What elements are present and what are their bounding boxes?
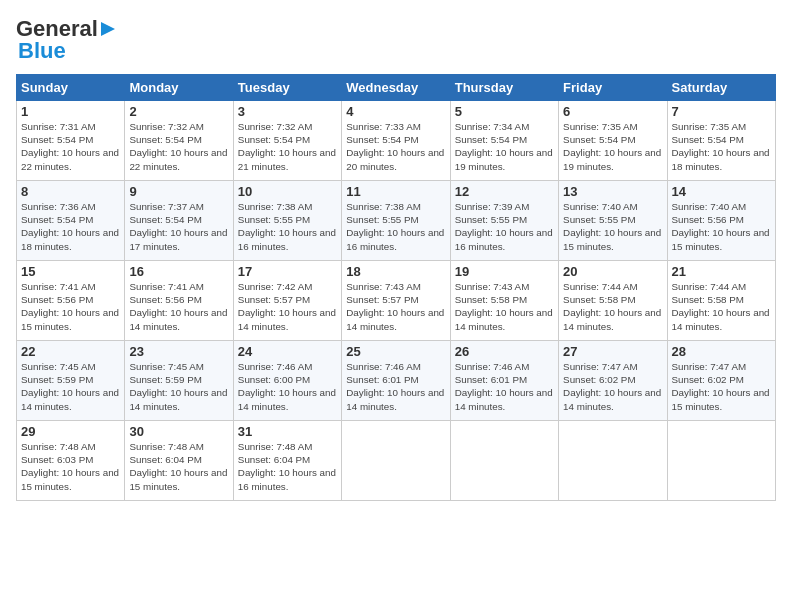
day-info: Sunrise: 7:35 AM Sunset: 5:54 PM Dayligh… (672, 120, 771, 173)
calendar-week-2: 8Sunrise: 7:36 AM Sunset: 5:54 PM Daylig… (17, 181, 776, 261)
day-info: Sunrise: 7:47 AM Sunset: 6:02 PM Dayligh… (672, 360, 771, 413)
day-number: 22 (21, 344, 120, 359)
day-number: 31 (238, 424, 337, 439)
day-info: Sunrise: 7:41 AM Sunset: 5:56 PM Dayligh… (129, 280, 228, 333)
day-info: Sunrise: 7:38 AM Sunset: 5:55 PM Dayligh… (346, 200, 445, 253)
calendar-week-1: 1Sunrise: 7:31 AM Sunset: 5:54 PM Daylig… (17, 101, 776, 181)
day-number: 19 (455, 264, 554, 279)
day-info: Sunrise: 7:45 AM Sunset: 5:59 PM Dayligh… (21, 360, 120, 413)
header: General Blue (16, 16, 776, 64)
day-number: 28 (672, 344, 771, 359)
calendar-cell: 13Sunrise: 7:40 AM Sunset: 5:55 PM Dayli… (559, 181, 667, 261)
calendar-header-friday: Friday (559, 75, 667, 101)
calendar-cell: 2Sunrise: 7:32 AM Sunset: 5:54 PM Daylig… (125, 101, 233, 181)
day-info: Sunrise: 7:46 AM Sunset: 6:01 PM Dayligh… (455, 360, 554, 413)
day-info: Sunrise: 7:39 AM Sunset: 5:55 PM Dayligh… (455, 200, 554, 253)
day-info: Sunrise: 7:44 AM Sunset: 5:58 PM Dayligh… (563, 280, 662, 333)
day-number: 25 (346, 344, 445, 359)
calendar-header-wednesday: Wednesday (342, 75, 450, 101)
day-number: 2 (129, 104, 228, 119)
day-number: 12 (455, 184, 554, 199)
day-number: 8 (21, 184, 120, 199)
calendar-cell: 18Sunrise: 7:43 AM Sunset: 5:57 PM Dayli… (342, 261, 450, 341)
calendar-table: SundayMondayTuesdayWednesdayThursdayFrid… (16, 74, 776, 501)
calendar-cell: 10Sunrise: 7:38 AM Sunset: 5:55 PM Dayli… (233, 181, 341, 261)
logo: General Blue (16, 16, 117, 64)
day-info: Sunrise: 7:44 AM Sunset: 5:58 PM Dayligh… (672, 280, 771, 333)
calendar-cell: 31Sunrise: 7:48 AM Sunset: 6:04 PM Dayli… (233, 421, 341, 501)
day-info: Sunrise: 7:46 AM Sunset: 6:00 PM Dayligh… (238, 360, 337, 413)
calendar-cell: 29Sunrise: 7:48 AM Sunset: 6:03 PM Dayli… (17, 421, 125, 501)
calendar-cell: 5Sunrise: 7:34 AM Sunset: 5:54 PM Daylig… (450, 101, 558, 181)
day-number: 3 (238, 104, 337, 119)
day-info: Sunrise: 7:48 AM Sunset: 6:04 PM Dayligh… (129, 440, 228, 493)
calendar-cell: 15Sunrise: 7:41 AM Sunset: 5:56 PM Dayli… (17, 261, 125, 341)
day-number: 6 (563, 104, 662, 119)
day-info: Sunrise: 7:48 AM Sunset: 6:04 PM Dayligh… (238, 440, 337, 493)
day-info: Sunrise: 7:45 AM Sunset: 5:59 PM Dayligh… (129, 360, 228, 413)
calendar-cell: 20Sunrise: 7:44 AM Sunset: 5:58 PM Dayli… (559, 261, 667, 341)
day-number: 7 (672, 104, 771, 119)
day-number: 21 (672, 264, 771, 279)
day-info: Sunrise: 7:47 AM Sunset: 6:02 PM Dayligh… (563, 360, 662, 413)
calendar-header-tuesday: Tuesday (233, 75, 341, 101)
day-info: Sunrise: 7:36 AM Sunset: 5:54 PM Dayligh… (21, 200, 120, 253)
calendar-week-5: 29Sunrise: 7:48 AM Sunset: 6:03 PM Dayli… (17, 421, 776, 501)
calendar-cell: 27Sunrise: 7:47 AM Sunset: 6:02 PM Dayli… (559, 341, 667, 421)
calendar-cell: 9Sunrise: 7:37 AM Sunset: 5:54 PM Daylig… (125, 181, 233, 261)
calendar-cell (450, 421, 558, 501)
calendar-cell: 11Sunrise: 7:38 AM Sunset: 5:55 PM Dayli… (342, 181, 450, 261)
logo-blue: Blue (18, 38, 66, 64)
calendar-cell: 17Sunrise: 7:42 AM Sunset: 5:57 PM Dayli… (233, 261, 341, 341)
calendar-cell: 7Sunrise: 7:35 AM Sunset: 5:54 PM Daylig… (667, 101, 775, 181)
calendar-cell: 26Sunrise: 7:46 AM Sunset: 6:01 PM Dayli… (450, 341, 558, 421)
day-number: 9 (129, 184, 228, 199)
calendar-cell: 14Sunrise: 7:40 AM Sunset: 5:56 PM Dayli… (667, 181, 775, 261)
calendar-body: 1Sunrise: 7:31 AM Sunset: 5:54 PM Daylig… (17, 101, 776, 501)
day-number: 13 (563, 184, 662, 199)
calendar-cell: 19Sunrise: 7:43 AM Sunset: 5:58 PM Dayli… (450, 261, 558, 341)
day-number: 5 (455, 104, 554, 119)
calendar-cell: 21Sunrise: 7:44 AM Sunset: 5:58 PM Dayli… (667, 261, 775, 341)
calendar-header-saturday: Saturday (667, 75, 775, 101)
logo-arrow-icon (99, 20, 117, 38)
svg-marker-0 (101, 22, 115, 36)
day-number: 20 (563, 264, 662, 279)
calendar-header-sunday: Sunday (17, 75, 125, 101)
day-number: 4 (346, 104, 445, 119)
day-info: Sunrise: 7:38 AM Sunset: 5:55 PM Dayligh… (238, 200, 337, 253)
calendar-cell: 25Sunrise: 7:46 AM Sunset: 6:01 PM Dayli… (342, 341, 450, 421)
calendar-cell: 6Sunrise: 7:35 AM Sunset: 5:54 PM Daylig… (559, 101, 667, 181)
day-info: Sunrise: 7:43 AM Sunset: 5:57 PM Dayligh… (346, 280, 445, 333)
day-info: Sunrise: 7:31 AM Sunset: 5:54 PM Dayligh… (21, 120, 120, 173)
day-info: Sunrise: 7:32 AM Sunset: 5:54 PM Dayligh… (129, 120, 228, 173)
calendar-week-4: 22Sunrise: 7:45 AM Sunset: 5:59 PM Dayli… (17, 341, 776, 421)
calendar-cell: 8Sunrise: 7:36 AM Sunset: 5:54 PM Daylig… (17, 181, 125, 261)
calendar-week-3: 15Sunrise: 7:41 AM Sunset: 5:56 PM Dayli… (17, 261, 776, 341)
calendar-cell: 1Sunrise: 7:31 AM Sunset: 5:54 PM Daylig… (17, 101, 125, 181)
day-info: Sunrise: 7:48 AM Sunset: 6:03 PM Dayligh… (21, 440, 120, 493)
day-info: Sunrise: 7:40 AM Sunset: 5:56 PM Dayligh… (672, 200, 771, 253)
calendar-cell: 4Sunrise: 7:33 AM Sunset: 5:54 PM Daylig… (342, 101, 450, 181)
day-number: 1 (21, 104, 120, 119)
day-info: Sunrise: 7:33 AM Sunset: 5:54 PM Dayligh… (346, 120, 445, 173)
day-info: Sunrise: 7:40 AM Sunset: 5:55 PM Dayligh… (563, 200, 662, 253)
calendar-cell: 28Sunrise: 7:47 AM Sunset: 6:02 PM Dayli… (667, 341, 775, 421)
calendar-header-thursday: Thursday (450, 75, 558, 101)
day-info: Sunrise: 7:32 AM Sunset: 5:54 PM Dayligh… (238, 120, 337, 173)
calendar-cell: 30Sunrise: 7:48 AM Sunset: 6:04 PM Dayli… (125, 421, 233, 501)
calendar-cell (667, 421, 775, 501)
day-number: 26 (455, 344, 554, 359)
day-number: 10 (238, 184, 337, 199)
day-info: Sunrise: 7:46 AM Sunset: 6:01 PM Dayligh… (346, 360, 445, 413)
day-number: 23 (129, 344, 228, 359)
day-info: Sunrise: 7:35 AM Sunset: 5:54 PM Dayligh… (563, 120, 662, 173)
day-info: Sunrise: 7:41 AM Sunset: 5:56 PM Dayligh… (21, 280, 120, 333)
calendar-container: General Blue SundayMondayTuesdayWednesda… (0, 0, 792, 612)
day-number: 15 (21, 264, 120, 279)
day-number: 17 (238, 264, 337, 279)
day-number: 24 (238, 344, 337, 359)
day-info: Sunrise: 7:42 AM Sunset: 5:57 PM Dayligh… (238, 280, 337, 333)
calendar-header-monday: Monday (125, 75, 233, 101)
day-number: 16 (129, 264, 228, 279)
